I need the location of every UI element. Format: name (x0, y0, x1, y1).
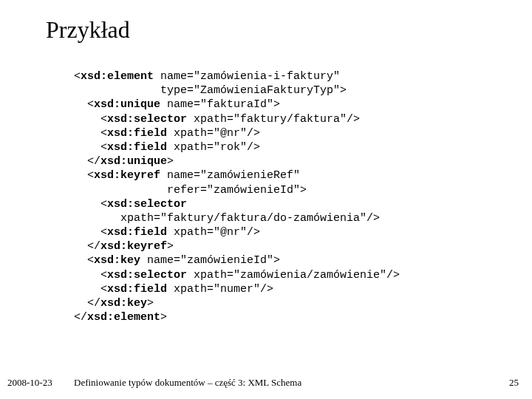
code-line: <xsd:field xpath="rok"/> (74, 141, 260, 154)
code-line: <xsd:key name="zamówienieId"> (74, 254, 280, 267)
footer-caption: Definiowanie typów dokumentów – część 3:… (74, 377, 301, 389)
code-line: type="ZamówieniaFakturyTyp"> (74, 84, 347, 97)
footer-date: 2008-10-23 (7, 377, 52, 389)
code-line: refer="zamówienieId"> (74, 184, 307, 197)
code-line: <xsd:selector xpath="faktury/faktura"/> (74, 113, 360, 126)
code-line: xpath="faktury/faktura/do-zamówienia"/> (74, 212, 380, 225)
code-line: </xsd:element> (74, 311, 167, 324)
code-line: <xsd:field xpath="@nr"/> (74, 127, 260, 140)
code-line: </xsd:unique> (74, 155, 174, 168)
footer-page-number: 25 (509, 377, 519, 389)
code-line: </xsd:keyref> (74, 240, 174, 253)
code-line: <xsd:field xpath="numer"/> (74, 283, 273, 296)
code-line: <xsd:element name="zamówienia-i-faktury" (74, 70, 340, 83)
code-line: <xsd:selector xpath="zamówienia/zamówien… (74, 269, 400, 282)
code-line: <xsd:keyref name="zamówienieRef" (74, 169, 300, 182)
code-block: <xsd:element name="zamówienia-i-faktury"… (74, 69, 400, 324)
slide: Przykład <xsd:element name="zamówienia-i… (0, 0, 532, 399)
code-line: <xsd:selector (74, 198, 187, 211)
code-line: <xsd:field xpath="@nr"/> (74, 226, 260, 239)
slide-title: Przykład (46, 16, 130, 44)
code-line: </xsd:key> (74, 297, 154, 310)
code-line: <xsd:unique name="fakturaId"> (74, 98, 280, 111)
